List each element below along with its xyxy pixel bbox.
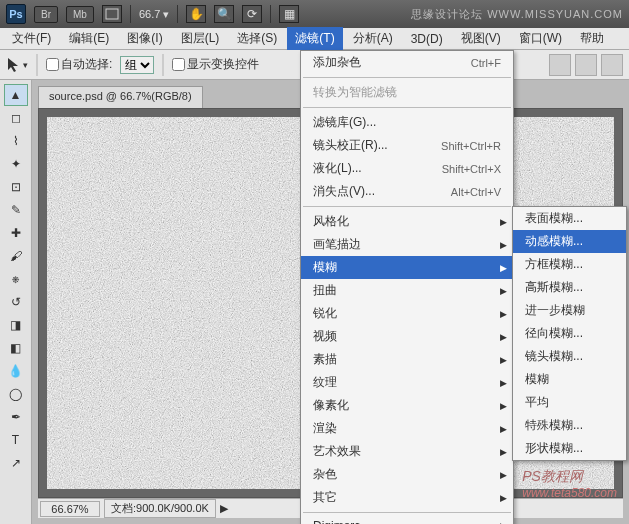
blur-surface[interactable]: 表面模糊... xyxy=(513,207,626,230)
filter-digimarc[interactable]: Digimarc xyxy=(301,516,513,524)
zoom-icon[interactable]: 🔍 xyxy=(214,5,234,23)
titlebar: Ps Br Mb 66.7 ▾ ✋ 🔍 ⟳ ▦ 思缘设计论坛 WWW.MISSY… xyxy=(0,0,629,28)
blur-shape[interactable]: 形状模糊... xyxy=(513,437,626,460)
filter-artistic[interactable]: 艺术效果 xyxy=(301,440,513,463)
auto-select-checkbox[interactable]: 自动选择: xyxy=(46,56,112,73)
lasso-tool[interactable]: ⌇ xyxy=(4,130,28,152)
filter-video[interactable]: 视频 xyxy=(301,325,513,348)
move-tool-icon: ▾ xyxy=(6,54,28,76)
stamp-tool[interactable]: ⎈ xyxy=(4,268,28,290)
filter-pixelate[interactable]: 像素化 xyxy=(301,394,513,417)
minibridge-button[interactable]: Mb xyxy=(66,6,94,23)
watermark-text: PS教程网 www.teta580.com xyxy=(522,468,617,500)
show-transform-checkbox[interactable]: 显示变换控件 xyxy=(172,56,259,73)
crop-tool[interactable]: ⊡ xyxy=(4,176,28,198)
filter-liquify[interactable]: 液化(L)...Shift+Ctrl+X xyxy=(301,157,513,180)
gradient-tool[interactable]: ◧ xyxy=(4,337,28,359)
menu-edit[interactable]: 编辑(E) xyxy=(61,27,117,50)
wand-tool[interactable]: ✦ xyxy=(4,153,28,175)
filter-dropdown: 添加杂色 Ctrl+F 转换为智能滤镜 滤镜库(G)... 镜头校正(R)...… xyxy=(300,50,514,524)
eraser-tool[interactable]: ◨ xyxy=(4,314,28,336)
filter-lens-correction[interactable]: 镜头校正(R)...Shift+Ctrl+R xyxy=(301,134,513,157)
blur-smart[interactable]: 特殊模糊... xyxy=(513,414,626,437)
screen-mode-icon[interactable] xyxy=(102,5,122,23)
menu-filter[interactable]: 滤镜(T) xyxy=(287,27,342,50)
filter-vanishing-point[interactable]: 消失点(V)...Alt+Ctrl+V xyxy=(301,180,513,203)
layer-group-select[interactable]: 组 xyxy=(120,56,154,74)
blur-gaussian[interactable]: 高斯模糊... xyxy=(513,276,626,299)
blur-tool[interactable]: 💧 xyxy=(4,360,28,382)
zoom-field[interactable]: 66.67% xyxy=(40,501,100,517)
info-arrow-icon[interactable]: ▶ xyxy=(220,502,228,515)
blur-motion[interactable]: 动感模糊... xyxy=(513,230,626,253)
menu-help[interactable]: 帮助 xyxy=(572,27,612,50)
filter-last[interactable]: 添加杂色 Ctrl+F xyxy=(301,51,513,74)
filter-brush-strokes[interactable]: 画笔描边 xyxy=(301,233,513,256)
filter-noise[interactable]: 杂色 xyxy=(301,463,513,486)
blur-submenu: 表面模糊... 动感模糊... 方框模糊... 高斯模糊... 进一步模糊 径向… xyxy=(512,206,627,461)
filter-blur[interactable]: 模糊 xyxy=(301,256,513,279)
filter-other[interactable]: 其它 xyxy=(301,486,513,509)
blur-average[interactable]: 平均 xyxy=(513,391,626,414)
more-icon[interactable] xyxy=(601,54,623,76)
tools-panel: ▲ ◻ ⌇ ✦ ⊡ ✎ ✚ 🖌 ⎈ ↺ ◨ ◧ 💧 ◯ ✒ T ↗ xyxy=(0,80,32,524)
menu-image[interactable]: 图像(I) xyxy=(119,27,170,50)
menu-analysis[interactable]: 分析(A) xyxy=(345,27,401,50)
title-zoom: 66.7 ▾ xyxy=(139,8,169,21)
brand-text: 思缘设计论坛 WWW.MISSYUAN.COM xyxy=(411,7,623,22)
menu-3d[interactable]: 3D(D) xyxy=(403,29,451,49)
history-brush-tool[interactable]: ↺ xyxy=(4,291,28,313)
filter-convert-smart[interactable]: 转换为智能滤镜 xyxy=(301,81,513,104)
blur-lens[interactable]: 镜头模糊... xyxy=(513,345,626,368)
eyedropper-tool[interactable]: ✎ xyxy=(4,199,28,221)
marquee-tool[interactable]: ◻ xyxy=(4,107,28,129)
menubar: 文件(F) 编辑(E) 图像(I) 图层(L) 选择(S) 滤镜(T) 分析(A… xyxy=(0,28,629,50)
dodge-tool[interactable]: ◯ xyxy=(4,383,28,405)
filter-distort[interactable]: 扭曲 xyxy=(301,279,513,302)
filter-render[interactable]: 渲染 xyxy=(301,417,513,440)
menu-file[interactable]: 文件(F) xyxy=(4,27,59,50)
hand-icon[interactable]: ✋ xyxy=(186,5,206,23)
filter-sharpen[interactable]: 锐化 xyxy=(301,302,513,325)
svg-rect-0 xyxy=(106,9,118,19)
blur-blur[interactable]: 模糊 xyxy=(513,368,626,391)
brush-tool[interactable]: 🖌 xyxy=(4,245,28,267)
blur-radial[interactable]: 径向模糊... xyxy=(513,322,626,345)
menu-window[interactable]: 窗口(W) xyxy=(511,27,570,50)
healing-tool[interactable]: ✚ xyxy=(4,222,28,244)
filter-sketch[interactable]: 素描 xyxy=(301,348,513,371)
rotate-icon[interactable]: ⟳ xyxy=(242,5,262,23)
menu-view[interactable]: 视图(V) xyxy=(453,27,509,50)
menu-select[interactable]: 选择(S) xyxy=(229,27,285,50)
path-tool[interactable]: ↗ xyxy=(4,452,28,474)
distribute-icon[interactable] xyxy=(575,54,597,76)
ps-logo-icon: Ps xyxy=(6,4,26,24)
align-icon[interactable] xyxy=(549,54,571,76)
filter-stylize[interactable]: 风格化 xyxy=(301,210,513,233)
blur-box[interactable]: 方框模糊... xyxy=(513,253,626,276)
arrange-icon[interactable]: ▦ xyxy=(279,5,299,23)
doc-info: 文档:900.0K/900.0K xyxy=(104,499,216,518)
filter-gallery[interactable]: 滤镜库(G)... xyxy=(301,111,513,134)
move-tool[interactable]: ▲ xyxy=(4,84,28,106)
pen-tool[interactable]: ✒ xyxy=(4,406,28,428)
filter-texture[interactable]: 纹理 xyxy=(301,371,513,394)
menu-layer[interactable]: 图层(L) xyxy=(173,27,228,50)
bridge-button[interactable]: Br xyxy=(34,6,58,23)
document-tab[interactable]: source.psd @ 66.7%(RGB/8) xyxy=(38,86,203,108)
type-tool[interactable]: T xyxy=(4,429,28,451)
blur-more[interactable]: 进一步模糊 xyxy=(513,299,626,322)
